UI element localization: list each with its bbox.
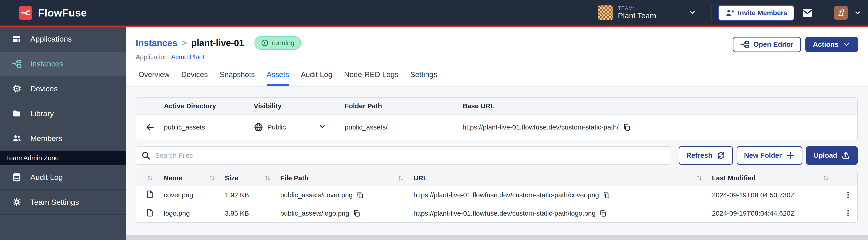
- file-url: https://plant-live-01.flowfuse.dev/custo…: [413, 209, 595, 217]
- copy-icon[interactable]: [623, 123, 631, 131]
- invite-members-label: Invite Members: [738, 9, 787, 17]
- flowfuse-logo[interactable]: FlowFuse: [19, 6, 87, 20]
- column-file-path[interactable]: File Path: [280, 174, 308, 182]
- file-size: 1.92 KB: [225, 191, 280, 199]
- refresh-button[interactable]: Refresh: [679, 146, 733, 165]
- copy-icon[interactable]: [356, 191, 364, 199]
- header-divider: [712, 4, 712, 22]
- instances-icon: [12, 59, 22, 69]
- breadcrumb-separator: >: [182, 38, 187, 48]
- sort-icon[interactable]: [209, 174, 216, 182]
- column-last-modified[interactable]: Last Modified: [712, 174, 755, 182]
- files-table-header: Name Size File Path URL Last Modified: [136, 170, 857, 186]
- sidebar-item-applications[interactable]: Applications: [0, 27, 126, 52]
- sidebar-item-audit-log[interactable]: Audit Log: [0, 165, 126, 190]
- tab-assets[interactable]: Assets: [267, 70, 289, 86]
- column-url[interactable]: URL: [413, 174, 428, 182]
- table-row[interactable]: cover.png 1.92 KB public_assets/cover.pn…: [136, 186, 857, 204]
- tab-devices[interactable]: Devices: [181, 70, 208, 86]
- new-folder-label: New Folder: [744, 151, 782, 160]
- gear-icon: [12, 197, 22, 207]
- team-name: Plant Team: [618, 11, 656, 20]
- team-selector[interactable]: TEAM: Plant Team: [598, 5, 705, 20]
- file-last-modified: 2024-09-19T08:04:50.730Z: [712, 191, 839, 199]
- visibility-value: Public: [267, 124, 286, 131]
- globe-icon: [254, 123, 263, 132]
- table-row[interactable]: logo.png 3.95 KB public_assets/logo.png …: [136, 204, 857, 222]
- sort-icon[interactable]: [397, 174, 404, 182]
- file-name: cover.png: [164, 191, 225, 199]
- notifications-mail-icon[interactable]: [802, 8, 813, 18]
- tab-settings[interactable]: Settings: [410, 70, 437, 86]
- column-size[interactable]: Size: [225, 174, 238, 182]
- sidebar-item-team-settings[interactable]: Team Settings: [0, 190, 126, 215]
- play-circle-icon: [261, 39, 269, 47]
- copy-icon[interactable]: [353, 209, 361, 217]
- file-size: 3.95 KB: [225, 209, 280, 217]
- back-arrow-icon[interactable]: [146, 123, 155, 132]
- sort-icon[interactable]: [146, 174, 154, 182]
- sidebar: Applications Instances Devices Library: [0, 27, 126, 240]
- invite-members-button[interactable]: Invite Members: [718, 5, 794, 21]
- application-row: Application: Acme Plant: [136, 53, 858, 61]
- chevron-down-icon: [688, 9, 696, 17]
- column-name[interactable]: Name: [164, 174, 182, 182]
- actions-button[interactable]: Actions: [805, 37, 858, 52]
- status-badge-label: running: [272, 39, 294, 47]
- files-table: Name Size File Path URL Last Modified co…: [136, 170, 858, 223]
- file-path: public_assets/cover.png: [280, 191, 352, 199]
- refresh-icon: [716, 151, 725, 160]
- sort-icon[interactable]: [822, 174, 830, 182]
- directory-row: public_assets Public: [136, 114, 857, 140]
- applications-icon: [12, 34, 22, 44]
- folder-icon: [12, 108, 22, 118]
- upload-label: Upload: [813, 151, 837, 160]
- kebab-menu-icon[interactable]: [839, 209, 857, 217]
- database-icon: [12, 172, 22, 182]
- tab-snapshots[interactable]: Snapshots: [220, 70, 255, 86]
- file-url: https://plant-live-01.flowfuse.dev/custo…: [413, 191, 599, 199]
- visibility-select[interactable]: Public: [254, 123, 329, 132]
- search-input[interactable]: [136, 146, 671, 165]
- open-editor-label: Open Editor: [753, 40, 794, 48]
- users-icon: [12, 133, 22, 143]
- sidebar-item-members[interactable]: Members: [0, 126, 126, 151]
- open-editor-button[interactable]: Open Editor: [733, 37, 801, 52]
- breadcrumb-instances-link[interactable]: Instances: [136, 38, 178, 48]
- user-avatar: fl: [834, 6, 848, 20]
- upload-button[interactable]: Upload: [806, 146, 858, 165]
- tab-audit-log[interactable]: Audit Log: [301, 70, 332, 86]
- new-folder-button[interactable]: New Folder: [737, 146, 802, 165]
- sidebar-item-devices[interactable]: Devices: [0, 76, 126, 101]
- directory-card: Active Directory Visibility Folder Path …: [136, 97, 858, 140]
- sidebar-item-instances[interactable]: Instances: [0, 52, 126, 76]
- refresh-label: Refresh: [686, 151, 712, 160]
- copy-icon[interactable]: [602, 191, 610, 199]
- sidebar-item-library[interactable]: Library: [0, 101, 126, 126]
- application-link[interactable]: Acme Plant: [171, 53, 205, 61]
- chip-icon: [12, 83, 22, 94]
- team-admin-zone-label: Team Admin Zone: [6, 155, 59, 162]
- user-menu[interactable]: fl: [834, 6, 861, 20]
- column-visibility: Visibility: [254, 102, 345, 110]
- file-path: public_assets/logo.png: [280, 209, 349, 217]
- tab-node-red-logs[interactable]: Node-RED Logs: [344, 70, 398, 86]
- kebab-menu-icon[interactable]: [839, 191, 857, 199]
- user-plus-icon: [725, 8, 734, 18]
- actions-label: Actions: [813, 40, 839, 48]
- file-last-modified: 2024-09-19T08:04:44.620Z: [712, 209, 839, 217]
- instance-header: Instances > plant-live-01 running Applic…: [126, 27, 868, 87]
- team-avatar: [598, 5, 613, 20]
- sidebar-item-label: Team Settings: [30, 198, 79, 207]
- tab-overview[interactable]: Overview: [138, 70, 169, 86]
- copy-icon[interactable]: [599, 209, 607, 217]
- sort-icon[interactable]: [696, 174, 703, 182]
- plus-icon: [786, 151, 795, 160]
- sort-icon[interactable]: [264, 174, 271, 182]
- team-admin-zone-band: Team Admin Zone: [0, 151, 126, 165]
- column-folder-path: Folder Path: [345, 102, 463, 110]
- sidebar-item-label: Applications: [30, 35, 72, 43]
- column-base-url: Base URL: [463, 102, 857, 110]
- column-active-directory: Active Directory: [164, 102, 254, 110]
- sidebar-item-label: Devices: [30, 84, 58, 93]
